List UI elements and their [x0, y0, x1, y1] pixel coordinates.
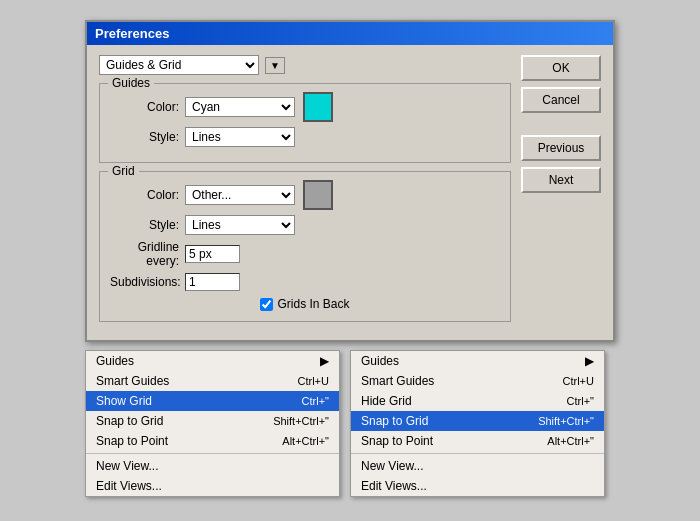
menu-item[interactable]: Show GridCtrl+"	[86, 391, 339, 411]
grids-in-back-label: Grids In Back	[277, 297, 349, 311]
gridline-input[interactable]	[185, 245, 240, 263]
menu-item[interactable]: Guides▶	[351, 351, 604, 371]
menu-item-label: Hide Grid	[361, 394, 412, 408]
grids-in-back-checkbox[interactable]	[260, 298, 273, 311]
gridline-label: Gridline every:	[110, 240, 185, 268]
menu-item-label: Snap to Point	[361, 434, 433, 448]
menu-item[interactable]: Snap to GridShift+Ctrl+"	[86, 411, 339, 431]
dialog-buttons: OK Cancel Previous Next	[521, 55, 601, 330]
guides-color-label: Color:	[110, 100, 185, 114]
subdivisions-label: Subdivisions:	[110, 275, 185, 289]
menu-item-label: New View...	[361, 459, 423, 473]
ok-button[interactable]: OK	[521, 55, 601, 81]
menu-shortcut: Shift+Ctrl+"	[273, 415, 329, 427]
menu-shortcut: Ctrl+U	[563, 375, 594, 387]
grid-group: Grid Color: Other... Style: Lines Gridli…	[99, 171, 511, 322]
grid-color-label: Color:	[110, 188, 185, 202]
menu-item[interactable]: Hide GridCtrl+"	[351, 391, 604, 411]
menu-shortcut: Ctrl+"	[302, 395, 329, 407]
menu-item[interactable]: Smart GuidesCtrl+U	[351, 371, 604, 391]
menu-shortcut: Ctrl+U	[298, 375, 329, 387]
menu-shortcut: Alt+Ctrl+"	[547, 435, 594, 447]
menu-shortcut: Shift+Ctrl+"	[538, 415, 594, 427]
grid-group-title: Grid	[108, 164, 139, 178]
grid-style-select[interactable]: Lines	[185, 215, 295, 235]
submenu-arrow-icon: ▶	[585, 354, 594, 368]
dialog-main: Guides & Grid ▼ Guides Color: Cyan Style…	[99, 55, 511, 330]
previous-button[interactable]: Previous	[521, 135, 601, 161]
menu-item-label: Edit Views...	[361, 479, 427, 493]
guides-color-swatch	[303, 92, 333, 122]
guides-style-row: Style: Lines	[110, 127, 500, 147]
menu-item-label: Show Grid	[96, 394, 152, 408]
menu-item[interactable]: Snap to GridShift+Ctrl+"	[351, 411, 604, 431]
cancel-button[interactable]: Cancel	[521, 87, 601, 113]
menu-item-label: Smart Guides	[361, 374, 434, 388]
subdivisions-input[interactable]	[185, 273, 240, 291]
context-menu-right: Guides▶Smart GuidesCtrl+UHide GridCtrl+"…	[350, 350, 605, 497]
context-menu-container: Guides▶Smart GuidesCtrl+UShow GridCtrl+"…	[85, 350, 605, 497]
menu-item[interactable]: Edit Views...	[351, 476, 604, 496]
menu-item-label: Smart Guides	[96, 374, 169, 388]
preferences-dialog: Preferences Guides & Grid ▼ Guides Color…	[85, 20, 615, 342]
menu-item[interactable]: Edit Views...	[86, 476, 339, 496]
guides-color-select[interactable]: Cyan	[185, 97, 295, 117]
gridline-row: Gridline every:	[110, 240, 500, 268]
menu-shortcut: Alt+Ctrl+"	[282, 435, 329, 447]
menu-item[interactable]: New View...	[351, 456, 604, 476]
menu-item[interactable]: Snap to PointAlt+Ctrl+"	[86, 431, 339, 451]
grids-in-back-row: Grids In Back	[110, 297, 500, 311]
guides-style-label: Style:	[110, 130, 185, 144]
menu-item-label: Snap to Grid	[96, 414, 163, 428]
menu-item-label: Guides	[96, 354, 134, 368]
dialog-title: Preferences	[95, 26, 169, 41]
context-menu-left: Guides▶Smart GuidesCtrl+UShow GridCtrl+"…	[85, 350, 340, 497]
guides-style-select[interactable]: Lines	[185, 127, 295, 147]
menu-shortcut: Ctrl+"	[567, 395, 594, 407]
grid-style-label: Style:	[110, 218, 185, 232]
section-select[interactable]: Guides & Grid	[99, 55, 259, 75]
menu-item[interactable]: Guides▶	[86, 351, 339, 371]
menu-item[interactable]: Snap to PointAlt+Ctrl+"	[351, 431, 604, 451]
guides-color-row: Color: Cyan	[110, 92, 500, 122]
guides-group: Guides Color: Cyan Style: Lines	[99, 83, 511, 163]
dialog-titlebar: Preferences	[87, 22, 613, 45]
section-dropdown-arrow[interactable]: ▼	[265, 57, 285, 74]
menu-item-label: Snap to Point	[96, 434, 168, 448]
section-select-row: Guides & Grid ▼	[99, 55, 511, 75]
grid-style-row: Style: Lines	[110, 215, 500, 235]
menu-item[interactable]: New View...	[86, 456, 339, 476]
subdivisions-row: Subdivisions:	[110, 273, 500, 291]
grid-color-row: Color: Other...	[110, 180, 500, 210]
grid-color-swatch	[303, 180, 333, 210]
next-button[interactable]: Next	[521, 167, 601, 193]
menu-item-label: Guides	[361, 354, 399, 368]
grid-color-select[interactable]: Other...	[185, 185, 295, 205]
menu-item[interactable]: Smart GuidesCtrl+U	[86, 371, 339, 391]
menu-item-label: New View...	[96, 459, 158, 473]
menu-item-label: Snap to Grid	[361, 414, 428, 428]
guides-group-title: Guides	[108, 76, 154, 90]
menu-item-label: Edit Views...	[96, 479, 162, 493]
submenu-arrow-icon: ▶	[320, 354, 329, 368]
